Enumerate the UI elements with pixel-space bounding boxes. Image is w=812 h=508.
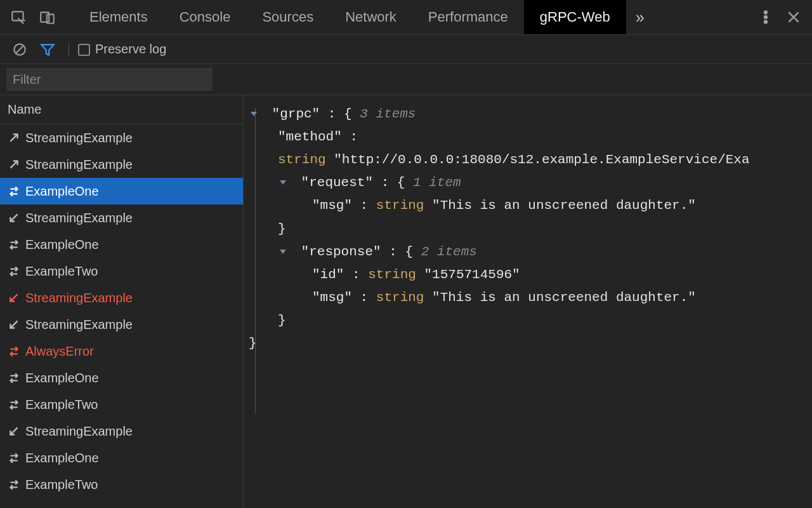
arrow-bidir-icon bbox=[8, 451, 20, 464]
json-key: "response" bbox=[301, 244, 381, 259]
tab-network[interactable]: Network bbox=[329, 0, 412, 34]
json-brace-close: } bbox=[244, 218, 812, 241]
json-key: "method" bbox=[278, 130, 342, 144]
json-meta: 3 items bbox=[360, 107, 416, 121]
tab-sources[interactable]: Sources bbox=[246, 0, 329, 34]
detail-pane: "grpc" : { 3 items "method" : string "ht… bbox=[244, 95, 812, 508]
json-brace-close: } bbox=[244, 332, 812, 355]
request-row[interactable]: ExampleTwo bbox=[0, 471, 243, 498]
json-type: string bbox=[368, 267, 416, 282]
request-row-label: StreamingExample bbox=[25, 157, 133, 172]
arrow-bidir-icon bbox=[8, 371, 20, 384]
chevron-double-right-icon: » bbox=[636, 8, 645, 27]
request-list: StreamingExampleStreamingExampleExampleO… bbox=[0, 124, 243, 498]
json-key: "request" bbox=[301, 175, 373, 190]
svg-point-5 bbox=[764, 20, 767, 23]
json-key: "id" bbox=[312, 267, 344, 282]
sidebar-header-name[interactable]: Name bbox=[0, 95, 243, 124]
request-row[interactable]: AlwaysError bbox=[0, 338, 243, 364]
json-brace-close: } bbox=[244, 309, 812, 332]
request-row[interactable]: ExampleOne bbox=[0, 178, 243, 204]
json-meta: 2 items bbox=[421, 244, 477, 259]
tab-performance[interactable]: Performance bbox=[412, 0, 524, 34]
tab-grpc-web[interactable]: gRPC-Web bbox=[524, 0, 626, 34]
request-sidebar: Name StreamingExampleStreamingExampleExa… bbox=[0, 95, 244, 508]
request-row-label: StreamingExample bbox=[25, 211, 133, 225]
json-meta: 1 item bbox=[413, 175, 461, 190]
filter-icon[interactable] bbox=[36, 37, 60, 62]
request-row[interactable]: StreamingExample bbox=[0, 284, 243, 311]
request-row[interactable]: StreamingExample bbox=[0, 124, 243, 151]
request-row-label: ExampleOne bbox=[25, 371, 99, 385]
json-string: "This is an unscreened daughter." bbox=[432, 198, 696, 213]
request-row-label: StreamingExample bbox=[25, 291, 133, 305]
json-response-id[interactable]: "id" : string "1575714596" bbox=[244, 264, 812, 286]
svg-point-4 bbox=[764, 16, 767, 18]
svg-point-3 bbox=[764, 11, 767, 13]
toolbar-divider bbox=[69, 43, 69, 57]
json-key: "msg" bbox=[312, 290, 352, 305]
json-key: "msg" bbox=[312, 198, 352, 213]
arrow-bidir-icon bbox=[8, 345, 20, 358]
json-type: string bbox=[376, 290, 424, 305]
json-request[interactable]: "request" : { 1 item bbox=[244, 171, 812, 194]
json-method[interactable]: "method" : bbox=[244, 126, 812, 149]
json-request-msg[interactable]: "msg" : string "This is an unscreened da… bbox=[244, 194, 812, 217]
preserve-log-checkbox[interactable] bbox=[78, 44, 90, 56]
svg-rect-0 bbox=[12, 11, 23, 20]
json-type: string bbox=[278, 152, 326, 167]
request-row[interactable]: StreamingExample bbox=[0, 311, 243, 338]
request-row[interactable]: ExampleTwo bbox=[0, 258, 243, 284]
arrow-out-icon bbox=[8, 158, 20, 171]
preserve-log-toggle[interactable]: Preserve log bbox=[78, 42, 166, 57]
arrow-in-icon bbox=[8, 318, 20, 331]
request-row-label: ExampleTwo bbox=[25, 478, 98, 492]
request-row-label: ExampleOne bbox=[25, 237, 99, 252]
disclosure-triangle-icon[interactable] bbox=[278, 177, 289, 189]
request-row[interactable]: StreamingExample bbox=[0, 151, 243, 178]
json-string: "http://0.0.0.0:18080/s12.example.Exampl… bbox=[334, 152, 749, 167]
arrow-in-icon bbox=[8, 425, 20, 438]
json-response[interactable]: "response" : { 2 items bbox=[244, 241, 812, 264]
clear-icon[interactable] bbox=[8, 37, 32, 62]
request-row[interactable]: ExampleOne bbox=[0, 231, 243, 258]
json-response-msg[interactable]: "msg" : string "This is an unscreened da… bbox=[244, 286, 812, 309]
arrow-bidir-icon bbox=[8, 398, 20, 411]
device-toggle-icon[interactable] bbox=[36, 5, 60, 29]
request-row[interactable]: StreamingExample bbox=[0, 204, 243, 231]
tab-elements[interactable]: Elements bbox=[74, 0, 164, 34]
request-row-label: ExampleOne bbox=[25, 184, 99, 199]
arrow-bidir-icon bbox=[8, 478, 20, 491]
preserve-log-label: Preserve log bbox=[95, 42, 166, 57]
devtools-topbar: Elements Console Sources Network Perform… bbox=[0, 0, 812, 35]
arrow-bidir-icon bbox=[8, 238, 20, 251]
request-row-label: AlwaysError bbox=[25, 344, 94, 359]
tab-console[interactable]: Console bbox=[164, 0, 247, 34]
main-split: Name StreamingExampleStreamingExampleExa… bbox=[0, 95, 812, 508]
request-row[interactable]: ExampleOne bbox=[0, 444, 243, 471]
panel-toolbar: Preserve log bbox=[0, 35, 812, 64]
filter-input[interactable] bbox=[6, 68, 213, 91]
arrow-bidir-icon bbox=[8, 265, 20, 277]
more-tabs-button[interactable]: » bbox=[626, 8, 654, 27]
request-row-label: StreamingExample bbox=[25, 318, 133, 332]
tree-guide-line bbox=[255, 108, 256, 413]
kebab-menu-icon[interactable] bbox=[754, 5, 778, 29]
request-row[interactable]: StreamingExample bbox=[0, 418, 243, 444]
disclosure-triangle-icon[interactable] bbox=[249, 109, 260, 120]
request-row-label: ExampleOne bbox=[25, 451, 99, 465]
request-row[interactable]: ExampleTwo bbox=[0, 391, 243, 418]
arrow-out-icon bbox=[8, 131, 20, 144]
filter-row bbox=[0, 64, 812, 95]
panel-tabs: Elements Console Sources Network Perform… bbox=[74, 0, 754, 34]
inspect-element-icon[interactable] bbox=[6, 5, 30, 29]
json-method-value: string "http://0.0.0.0:18080/s12.example… bbox=[244, 149, 812, 171]
request-row-label: StreamingExample bbox=[25, 131, 133, 145]
json-string: "1575714596" bbox=[424, 267, 520, 282]
json-key: "grpc" bbox=[272, 107, 320, 121]
disclosure-triangle-icon[interactable] bbox=[278, 246, 289, 258]
request-row[interactable]: ExampleOne bbox=[0, 364, 243, 391]
arrow-in-icon bbox=[8, 211, 20, 224]
close-icon[interactable] bbox=[782, 5, 806, 29]
json-root[interactable]: "grpc" : { 3 items bbox=[244, 103, 812, 126]
